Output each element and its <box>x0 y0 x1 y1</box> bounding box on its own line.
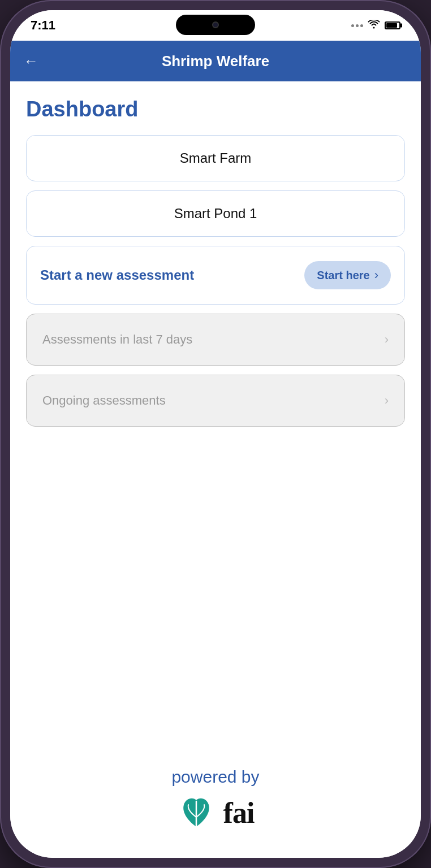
camera <box>212 21 219 28</box>
back-button[interactable]: ← <box>24 53 38 70</box>
notch <box>176 15 255 35</box>
powered-by-text: powered by <box>171 767 259 787</box>
battery-icon <box>385 21 400 29</box>
wifi-icon <box>368 20 380 32</box>
assessments-last7-label: Assessments in last 7 days <box>42 332 192 347</box>
nav-title: Shrimp Welfare <box>48 53 383 70</box>
ongoing-assessments-card[interactable]: Ongoing assessments › <box>26 375 405 427</box>
assessments-last7-card[interactable]: Assessments in last 7 days › <box>26 314 405 366</box>
nav-bar: ← Shrimp Welfare <box>10 41 421 81</box>
dashboard-title: Dashboard <box>26 97 405 121</box>
status-icons <box>351 20 400 32</box>
status-bar: 7:11 <box>10 10 421 41</box>
phone-screen: 7:11 <box>10 10 421 858</box>
new-assessment-card[interactable]: Start a new assessment Start here › <box>26 246 405 305</box>
start-here-button[interactable]: Start here › <box>304 261 391 289</box>
ongoing-assessments-label: Ongoing assessments <box>42 393 166 408</box>
smart-farm-card[interactable]: Smart Farm <box>26 135 405 181</box>
smart-pond-label: Smart Pond 1 <box>174 206 257 222</box>
smart-pond-card[interactable]: Smart Pond 1 <box>26 190 405 237</box>
signal-dots <box>351 24 363 27</box>
start-here-label: Start here <box>317 269 369 282</box>
ongoing-assessments-chevron-icon: › <box>385 393 389 408</box>
new-assessment-label: Start a new assessment <box>40 267 194 283</box>
fai-logo: fai <box>177 796 255 830</box>
fai-brand-text: fai <box>223 796 255 830</box>
footer: powered by fai <box>26 745 405 858</box>
status-time: 7:11 <box>31 18 55 33</box>
assessments-last7-chevron-icon: › <box>385 332 389 347</box>
start-here-chevron-icon: › <box>374 268 378 283</box>
fai-leaf-icon <box>177 796 215 830</box>
smart-farm-label: Smart Farm <box>180 150 252 166</box>
main-content: Dashboard Smart Farm Smart Pond 1 Start … <box>10 81 421 858</box>
phone-frame: 7:11 <box>0 0 431 868</box>
